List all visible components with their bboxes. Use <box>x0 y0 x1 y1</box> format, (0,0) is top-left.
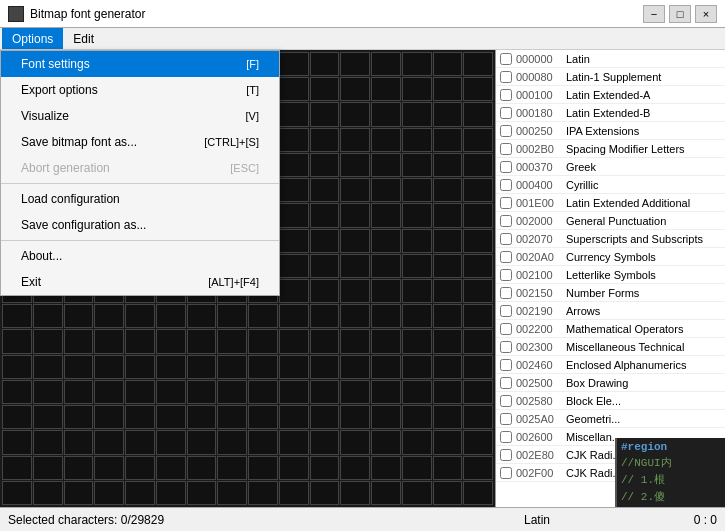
grid-cell[interactable] <box>310 52 340 76</box>
grid-cell[interactable] <box>463 102 493 126</box>
grid-cell[interactable] <box>94 380 124 404</box>
grid-cell[interactable] <box>340 229 370 253</box>
grid-cell[interactable] <box>402 329 432 353</box>
grid-cell[interactable] <box>433 128 463 152</box>
grid-cell[interactable] <box>2 456 32 480</box>
menu-edit[interactable]: Edit <box>63 28 104 49</box>
char-checkbox[interactable] <box>500 287 512 299</box>
grid-cell[interactable] <box>125 380 155 404</box>
char-list-item[interactable]: 002190Arrows <box>496 302 725 320</box>
grid-cell[interactable] <box>279 178 309 202</box>
grid-cell[interactable] <box>340 481 370 505</box>
grid-cell[interactable] <box>248 355 278 379</box>
grid-cell[interactable] <box>310 279 340 303</box>
grid-cell[interactable] <box>33 380 63 404</box>
char-checkbox[interactable] <box>500 431 512 443</box>
menu-item[interactable]: Font settings[F] <box>1 51 279 77</box>
grid-cell[interactable] <box>402 128 432 152</box>
grid-cell[interactable] <box>433 279 463 303</box>
grid-cell[interactable] <box>64 405 94 429</box>
grid-cell[interactable] <box>279 102 309 126</box>
grid-cell[interactable] <box>217 481 247 505</box>
grid-cell[interactable] <box>279 430 309 454</box>
char-list-item[interactable]: 002100Letterlike Symbols <box>496 266 725 284</box>
grid-cell[interactable] <box>2 405 32 429</box>
grid-cell[interactable] <box>279 203 309 227</box>
grid-cell[interactable] <box>463 77 493 101</box>
char-checkbox[interactable] <box>500 89 512 101</box>
menu-options[interactable]: Options <box>2 28 63 49</box>
grid-cell[interactable] <box>187 481 217 505</box>
menu-item[interactable]: Visualize[V] <box>1 103 279 129</box>
grid-cell[interactable] <box>463 254 493 278</box>
grid-cell[interactable] <box>463 456 493 480</box>
char-checkbox[interactable] <box>500 251 512 263</box>
char-list-item[interactable]: 000370Greek <box>496 158 725 176</box>
grid-cell[interactable] <box>371 178 401 202</box>
grid-cell[interactable] <box>248 481 278 505</box>
grid-cell[interactable] <box>64 329 94 353</box>
grid-cell[interactable] <box>125 430 155 454</box>
grid-cell[interactable] <box>217 456 247 480</box>
grid-cell[interactable] <box>310 178 340 202</box>
grid-cell[interactable] <box>371 456 401 480</box>
grid-cell[interactable] <box>340 153 370 177</box>
grid-cell[interactable] <box>433 229 463 253</box>
grid-cell[interactable] <box>433 77 463 101</box>
grid-cell[interactable] <box>340 128 370 152</box>
grid-cell[interactable] <box>33 329 63 353</box>
grid-cell[interactable] <box>340 380 370 404</box>
grid-cell[interactable] <box>371 128 401 152</box>
grid-cell[interactable] <box>463 430 493 454</box>
menu-item[interactable]: Export options[T] <box>1 77 279 103</box>
grid-cell[interactable] <box>310 481 340 505</box>
grid-cell[interactable] <box>402 178 432 202</box>
grid-cell[interactable] <box>340 77 370 101</box>
grid-cell[interactable] <box>371 77 401 101</box>
grid-cell[interactable] <box>310 153 340 177</box>
grid-cell[interactable] <box>279 481 309 505</box>
grid-cell[interactable] <box>310 304 340 328</box>
menu-item[interactable]: About... <box>1 243 279 269</box>
grid-cell[interactable] <box>310 203 340 227</box>
grid-cell[interactable] <box>433 254 463 278</box>
grid-cell[interactable] <box>156 329 186 353</box>
grid-cell[interactable] <box>156 355 186 379</box>
grid-cell[interactable] <box>156 304 186 328</box>
grid-cell[interactable] <box>310 229 340 253</box>
grid-cell[interactable] <box>248 456 278 480</box>
grid-cell[interactable] <box>310 355 340 379</box>
grid-cell[interactable] <box>371 430 401 454</box>
grid-cell[interactable] <box>463 153 493 177</box>
grid-cell[interactable] <box>310 380 340 404</box>
char-checkbox[interactable] <box>500 359 512 371</box>
grid-cell[interactable] <box>371 380 401 404</box>
char-list-item[interactable]: 002580Block Ele... <box>496 392 725 410</box>
grid-cell[interactable] <box>94 430 124 454</box>
grid-cell[interactable] <box>2 355 32 379</box>
grid-cell[interactable] <box>125 456 155 480</box>
grid-cell[interactable] <box>279 329 309 353</box>
char-list-item[interactable]: 002500Box Drawing <box>496 374 725 392</box>
char-checkbox[interactable] <box>500 233 512 245</box>
char-checkbox[interactable] <box>500 377 512 389</box>
grid-cell[interactable] <box>463 279 493 303</box>
grid-cell[interactable] <box>463 203 493 227</box>
grid-cell[interactable] <box>402 153 432 177</box>
grid-cell[interactable] <box>310 128 340 152</box>
grid-cell[interactable] <box>340 52 370 76</box>
grid-cell[interactable] <box>433 380 463 404</box>
grid-cell[interactable] <box>463 178 493 202</box>
grid-cell[interactable] <box>125 405 155 429</box>
grid-cell[interactable] <box>279 77 309 101</box>
grid-cell[interactable] <box>402 355 432 379</box>
char-list-item[interactable]: 002000General Punctuation <box>496 212 725 230</box>
char-checkbox[interactable] <box>500 413 512 425</box>
grid-cell[interactable] <box>340 102 370 126</box>
grid-cell[interactable] <box>371 405 401 429</box>
grid-cell[interactable] <box>463 405 493 429</box>
grid-cell[interactable] <box>433 481 463 505</box>
close-button[interactable]: × <box>695 5 717 23</box>
grid-cell[interactable] <box>402 52 432 76</box>
char-checkbox[interactable] <box>500 197 512 209</box>
